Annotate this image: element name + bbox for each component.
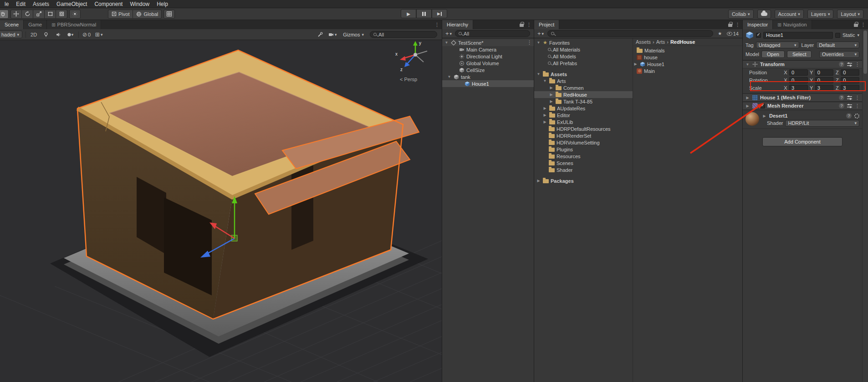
mesh-renderer-enabled-checkbox[interactable] [760,103,765,108]
hierarchy-item-testscene[interactable]: ▼ TestScene* ⋮ [442,39,534,46]
scene-effects-dropdown[interactable]: ▾ [66,31,75,38]
tab-hierarchy[interactable]: Hierarchy [442,20,473,29]
breadcrumb-assets[interactable]: Assets [636,39,651,45]
gameobject-name-field[interactable]: House1 [763,32,833,39]
project-tree-editor[interactable]: ▶ Editor [534,112,633,119]
pivot-toggle-button[interactable]: Pivot [108,10,133,19]
model-select-button[interactable]: Select [787,51,812,58]
menu-help[interactable]: Help [153,1,172,7]
global-toggle-button[interactable]: Global [133,10,162,19]
model-open-button[interactable]: Open [761,51,785,58]
expander-icon[interactable]: ▶ [542,113,547,117]
2d-toggle-button[interactable]: 2D [29,31,38,38]
gizmos-dropdown[interactable]: Gizmos ▾ [340,31,367,38]
static-checkbox[interactable] [835,33,840,38]
scene-lighting-toggle[interactable] [41,31,51,38]
kebab-icon[interactable]: ⋮ [861,22,866,27]
position-z-field[interactable]: 0 [841,69,859,76]
gear-icon[interactable] [854,114,859,119]
scene-tools-button[interactable] [316,31,325,38]
hierarchy-search-input[interactable]: All [455,30,530,37]
pause-button[interactable] [416,9,432,18]
layer-dropdown[interactable]: Default ▾ [816,41,859,48]
project-tree-commen[interactable]: ▶ Commen [534,84,633,91]
menu-component[interactable]: Component [91,1,126,7]
search-favorites-button[interactable]: ★ [715,30,725,37]
rotation-y-field[interactable]: 0 [815,77,834,83]
grid-snap-button[interactable] [163,10,175,19]
project-tree-hdrvolumesetting[interactable]: HDRVolumeSetting [534,139,633,146]
expander-icon[interactable]: ▼ [542,79,547,83]
scrollbar-thumb[interactable] [863,31,867,74]
foldout-icon[interactable]: ▶ [745,104,750,108]
expander-icon[interactable]: ▶ [549,86,554,90]
project-tree-all-materials[interactable]: All Materials [534,46,633,53]
lock-icon[interactable] [854,24,858,27]
hierarchy-item-directional-light[interactable]: ▶ Directional Light [442,53,534,60]
kebab-icon[interactable]: ⋮ [526,22,531,27]
rotation-z-field[interactable]: 0 [841,77,859,83]
scale-x-field[interactable]: 3 [789,85,808,91]
menu-gameobject[interactable]: GameObject [53,1,91,7]
account-dropdown[interactable]: Account ▾ [775,10,804,19]
tab-scene[interactable]: Scene [0,20,24,29]
kebab-icon[interactable]: ⋮ [855,62,860,67]
tab-pbrsnownormal[interactable]: ⊞ PBRSnowNormal [47,20,101,29]
perspective-toggle[interactable]: < Persp [400,77,417,82]
breadcrumb-arts[interactable]: Arts [656,39,665,45]
shader-dropdown[interactable]: HDRP/Lit ▾ [785,120,859,127]
hand-tool-button[interactable] [0,10,9,19]
scale-tool-button[interactable] [33,10,45,19]
expander-icon[interactable]: ▶ [633,62,638,66]
project-tree-aupdateres[interactable]: ▶ AUpdateRes [534,105,633,112]
scale-y-field[interactable]: 3 [815,85,834,91]
project-tree-plugins[interactable]: Plugins [534,146,633,153]
tab-project[interactable]: Project [534,20,559,29]
position-y-field[interactable]: 0 [815,69,834,76]
preset-icon[interactable] [847,104,852,108]
tab-navigation[interactable]: ⊞ Navigation [773,20,812,29]
scene-viewport[interactable]: y x z < Persp [0,40,442,382]
preset-icon[interactable] [847,62,852,67]
lock-icon[interactable] [728,24,732,27]
expander-icon[interactable]: ▶ [549,99,554,103]
scale-z-field[interactable]: 3 [841,85,859,91]
project-tree-hdrpdefaultresources[interactable]: HDRPDefaultResources [534,125,633,132]
kebab-icon[interactable]: ⋮ [735,22,740,27]
project-create-button[interactable]: + ▾ [536,30,545,37]
scene-audio-toggle[interactable] [54,31,63,38]
tab-game[interactable]: Game [24,20,47,29]
rotate-tool-button[interactable] [22,10,33,19]
active-checkbox[interactable] [756,33,761,38]
hierarchy-item-cellsize[interactable]: ▶ CellSize [442,67,534,73]
project-tree-tank-t-34-85[interactable]: ▶ Tank T-34-85 [534,98,633,105]
project-tree-all-models[interactable]: All Models [534,53,633,60]
scene-search-input[interactable]: All [370,31,437,38]
tag-dropdown[interactable]: Untagged ▾ [756,41,799,48]
material-preview-sphere[interactable] [745,112,759,126]
project-search-input[interactable] [547,30,713,37]
preset-icon[interactable] [847,96,852,100]
static-dropdown-icon[interactable]: ▾ [857,33,859,37]
project-tree-favorites[interactable]: ▼ ★ Favorites [534,39,633,46]
inspector-scrollbar[interactable] [862,29,868,382]
help-icon[interactable]: ? [839,95,844,100]
expander-icon[interactable]: ▼ [444,41,449,45]
breadcrumb-redhouse[interactable]: RedHouse [670,39,695,45]
hierarchy-item-main-camera[interactable]: ▶ Main Camera [442,46,534,53]
expander-icon[interactable]: ▼ [536,72,541,76]
project-tree-all-prefabs[interactable]: All Prefabs [534,60,633,67]
hierarchy-item-global-volume[interactable]: ▶ Global Volume [442,60,534,67]
help-icon[interactable]: ? [846,113,852,119]
transform-component-header[interactable]: ▼ Transform ? ⋮ [743,60,862,68]
mesh-filter-header[interactable]: ▶ House 1 (Mesh Filter) ? ⋮ [743,93,862,102]
rotation-x-field[interactable]: 0 [789,77,808,83]
file-house[interactable]: house [633,54,742,61]
shading-mode-dropdown[interactable]: haded ▾ [0,31,22,38]
move-tool-button[interactable] [10,10,22,19]
menu-edit[interactable]: Edit [12,1,29,7]
foldout-icon[interactable]: ▶ [745,96,750,100]
expander-icon[interactable]: ▶ [542,120,547,124]
expander-icon[interactable]: ▶ [549,93,554,97]
menu-file[interactable]: le [1,1,12,7]
